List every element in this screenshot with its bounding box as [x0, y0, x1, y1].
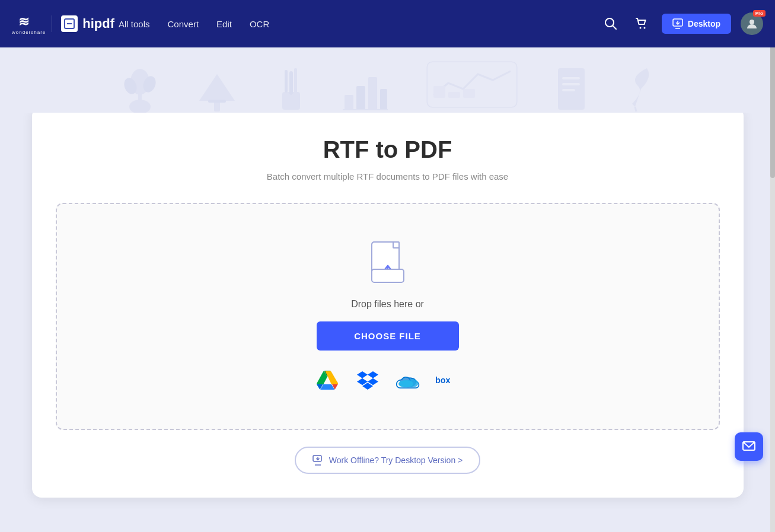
svg-text:box: box: [435, 375, 450, 385]
choose-file-button[interactable]: CHOOSE FILE: [317, 321, 459, 351]
nav-ocr[interactable]: OCR: [250, 19, 269, 29]
scrollbar[interactable]: [770, 0, 775, 532]
box-icon: box: [435, 374, 461, 387]
float-message-button[interactable]: [735, 432, 763, 461]
page-subtitle: Batch convert multiple RTF documents to …: [56, 171, 720, 181]
offline-banner-text: Work Offline? Try Desktop Version >: [329, 455, 463, 465]
svg-rect-34: [562, 77, 580, 79]
user-avatar[interactable]: Pro: [741, 12, 763, 35]
svg-rect-22: [285, 70, 288, 93]
pencil-cup-illustration: [276, 65, 306, 113]
message-icon: [742, 439, 756, 454]
converter-card: RTF to PDF Batch convert multiple RTF do…: [32, 107, 744, 498]
hero-illustrations: [122, 59, 653, 113]
document-illustration: [555, 65, 588, 113]
google-drive-icon: [317, 371, 338, 390]
svg-point-10: [750, 20, 754, 24]
svg-rect-20: [289, 71, 293, 95]
nav-convert[interactable]: Convert: [168, 19, 199, 29]
hipdf-logo: hipdf: [52, 15, 114, 32]
svg-rect-32: [463, 89, 475, 98]
navbar: ≋ wondershare hipdf All tools Convert Ed…: [0, 0, 775, 47]
upload-file-icon: [367, 240, 409, 287]
bar-chart-illustration: [342, 65, 389, 113]
pro-badge: Pro: [753, 10, 766, 17]
cloud-services-row: box: [314, 367, 461, 393]
svg-rect-18: [208, 100, 226, 103]
cart-button[interactable]: [631, 13, 652, 34]
offline-desktop-button[interactable]: Work Offline? Try Desktop Version >: [295, 447, 481, 474]
wondershare-logo: ≋ wondershare: [12, 13, 52, 35]
plant-illustration: [122, 65, 158, 113]
svg-rect-26: [380, 89, 387, 110]
brand-logo: ≋ wondershare hipdf: [12, 13, 95, 35]
drop-zone[interactable]: Drop files here or CHOOSE FILE: [56, 203, 720, 430]
lamp-illustration: [193, 65, 241, 113]
svg-rect-30: [433, 86, 445, 98]
svg-rect-29: [428, 62, 516, 107]
svg-line-4: [613, 26, 616, 29]
nav-edit[interactable]: Edit: [216, 19, 232, 29]
box-button[interactable]: box: [435, 367, 461, 393]
quill-illustration: [623, 65, 653, 113]
svg-rect-25: [368, 77, 377, 110]
drop-text: Drop files here or: [351, 299, 424, 310]
desktop-offline-icon: [312, 455, 323, 466]
svg-rect-41: [372, 269, 404, 282]
svg-point-44: [398, 380, 413, 387]
monitor-chart-illustration: [425, 59, 519, 113]
avatar-icon: [745, 17, 758, 30]
svg-rect-46: [313, 455, 321, 461]
dropbox-button[interactable]: [355, 367, 381, 393]
nav-actions: Desktop Pro: [600, 12, 763, 35]
upload-icon-wrapper: [367, 240, 409, 287]
desktop-download-icon: [672, 18, 683, 29]
hipdf-icon-box: [61, 15, 78, 32]
hero-background: [0, 47, 775, 113]
svg-marker-16: [199, 74, 235, 101]
svg-rect-31: [448, 92, 460, 98]
search-icon: [604, 17, 617, 30]
svg-rect-24: [356, 86, 365, 110]
svg-line-37: [635, 107, 636, 112]
dropbox-icon: [357, 371, 378, 390]
page-title: RTF to PDF: [56, 136, 720, 163]
nav-all-tools[interactable]: All tools: [119, 19, 150, 29]
svg-text:≋: ≋: [18, 14, 29, 29]
wondershare-text: wondershare: [12, 30, 46, 35]
nav-links: All tools Convert Edit OCR: [119, 19, 600, 29]
offline-banner: Work Offline? Try Desktop Version >: [56, 447, 720, 474]
desktop-button[interactable]: Desktop: [662, 14, 731, 34]
svg-point-5: [639, 27, 641, 29]
google-drive-button[interactable]: [314, 367, 340, 393]
svg-rect-35: [562, 83, 580, 85]
onedrive-button[interactable]: [395, 367, 421, 393]
desktop-btn-label: Desktop: [688, 19, 720, 28]
onedrive-icon: [396, 371, 420, 389]
svg-rect-21: [294, 68, 297, 93]
svg-rect-23: [345, 95, 353, 110]
svg-point-6: [643, 27, 645, 29]
svg-rect-36: [562, 89, 575, 91]
cart-icon: [635, 17, 648, 30]
search-button[interactable]: [600, 13, 621, 34]
svg-rect-39: [393, 242, 399, 248]
ws-icon: ≋: [18, 13, 40, 30]
main-content: RTF to PDF Batch convert multiple RTF do…: [0, 107, 775, 521]
hipdf-label: hipdf: [82, 16, 114, 31]
